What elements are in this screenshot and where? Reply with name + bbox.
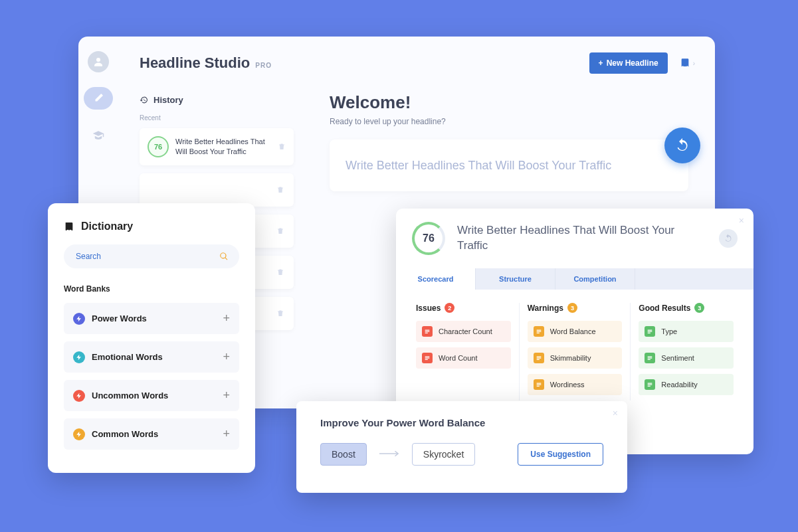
good-label: Good Results xyxy=(639,304,690,313)
metric-item[interactable]: Wordiness xyxy=(528,374,623,395)
word-bank-item[interactable]: Power Words+ xyxy=(64,303,239,334)
trash-icon xyxy=(276,268,284,276)
expand-icon: + xyxy=(223,389,230,402)
metric-label: Character Count xyxy=(439,327,492,335)
metric-icon xyxy=(645,379,655,390)
suggestion-panel: × Improve Your Power Word Balance Boost … xyxy=(296,401,627,493)
reanalyze-button[interactable] xyxy=(719,229,738,248)
chevron-right-icon: › xyxy=(693,60,695,67)
trash-icon xyxy=(276,186,284,194)
word-bank-label: Uncommon Words xyxy=(92,391,216,400)
word-bank-item[interactable]: Uncommon Words+ xyxy=(64,380,239,411)
word-bank-label: Emotional Words xyxy=(92,352,216,362)
pro-badge: PRO xyxy=(255,62,272,69)
metric-icon xyxy=(422,326,433,337)
history-item-placeholder xyxy=(140,173,294,207)
arrow-icon xyxy=(379,448,400,460)
metric-label: Word Count xyxy=(439,354,478,362)
metric-item[interactable]: Character Count xyxy=(416,321,511,342)
word-bank-item[interactable]: Emotional Words+ xyxy=(64,341,239,373)
metric-item[interactable]: Type xyxy=(639,321,734,342)
trash-icon[interactable] xyxy=(278,143,286,151)
header-actions: + New Headline › xyxy=(589,52,695,74)
tab-scorecard[interactable]: Scorecard xyxy=(396,268,476,290)
dictionary-title: Dictionary xyxy=(64,221,239,232)
word-bank-icon xyxy=(73,313,85,325)
search-input[interactable] xyxy=(64,244,239,268)
metric-item[interactable]: Sentiment xyxy=(639,347,734,369)
word-bank-item[interactable]: Common Words+ xyxy=(64,418,239,450)
suggestion-to: Skyrocket xyxy=(412,443,475,466)
scorecard-header: 76 Write Better Headlines That Will Boos… xyxy=(396,209,753,268)
history-score: 76 xyxy=(148,136,169,157)
new-headline-button[interactable]: + New Headline xyxy=(589,52,668,74)
metric-item[interactable]: Readability xyxy=(639,374,734,395)
warnings-count: 3 xyxy=(567,303,577,313)
welcome-panel: Welcome! Ready to level up your headline… xyxy=(330,92,688,191)
refresh-icon xyxy=(724,234,733,243)
book-icon xyxy=(680,58,690,68)
metric-label: Readability xyxy=(661,381,697,389)
app-header: Headline Studio PRO + New Headline › xyxy=(140,52,695,74)
refresh-icon xyxy=(674,137,690,153)
expand-icon: + xyxy=(223,311,230,325)
tab-structure[interactable]: Structure xyxy=(476,268,555,290)
metric-icon xyxy=(534,353,544,363)
word-banks-list: Power Words+Emotional Words+Uncommon Wor… xyxy=(64,303,239,450)
dictionary-panel: Dictionary Word Banks Power Words+Emotio… xyxy=(48,203,255,473)
use-suggestion-button[interactable]: Use Suggestion xyxy=(518,443,603,466)
trash-icon xyxy=(276,227,284,235)
welcome-subtitle: Ready to level up your headline? xyxy=(330,117,688,126)
history-icon xyxy=(140,96,148,104)
word-bank-label: Power Words xyxy=(92,313,216,323)
scorecard-headline: Write Better Headlines That Will Boost Y… xyxy=(457,223,707,254)
avatar[interactable] xyxy=(88,51,109,72)
scorecard-tabs: Scorecard Structure Competition xyxy=(396,268,753,290)
issues-count: 2 xyxy=(445,303,454,313)
metric-label: Skimmability xyxy=(550,354,591,362)
metric-label: Word Balance xyxy=(550,327,596,335)
metric-icon xyxy=(645,353,655,363)
app-title-text: Headline Studio xyxy=(140,54,250,72)
metric-item[interactable]: Word Balance xyxy=(528,321,623,342)
word-bank-icon xyxy=(73,351,85,363)
metric-label: Sentiment xyxy=(661,354,694,362)
word-bank-label: Common Words xyxy=(92,429,216,439)
metric-label: Type xyxy=(661,327,677,335)
metric-label: Wordiness xyxy=(550,381,585,389)
metric-item[interactable]: Word Count xyxy=(416,347,511,369)
close-icon[interactable]: × xyxy=(613,408,618,418)
scorecard-grid: Issues2 Character CountWord Count Warnin… xyxy=(396,290,753,414)
history-title: History xyxy=(153,95,183,105)
dictionary-search xyxy=(64,244,239,268)
svg-point-0 xyxy=(96,58,100,62)
suggestion-from: Boost xyxy=(320,443,367,466)
issues-column: Issues2 Character CountWord Count xyxy=(408,303,520,400)
metric-icon xyxy=(534,326,544,337)
metric-icon xyxy=(422,353,433,363)
headline-text: Write Better Headlines That Will Boost Y… xyxy=(346,159,611,172)
tab-competition[interactable]: Competition xyxy=(555,268,635,290)
expand-icon: + xyxy=(223,427,230,441)
expand-icon: + xyxy=(223,350,230,364)
headline-input[interactable]: Write Better Headlines That Will Boost Y… xyxy=(330,139,688,191)
word-bank-icon xyxy=(73,428,85,440)
headline-score: 76 xyxy=(412,222,445,255)
good-count: 3 xyxy=(694,303,704,313)
nav-write-button[interactable] xyxy=(84,87,113,110)
book-icon xyxy=(64,221,74,232)
new-headline-label: New Headline xyxy=(607,58,658,68)
warnings-label: Warnings xyxy=(528,304,563,313)
suggestion-title: Improve Your Power Word Balance xyxy=(320,417,603,428)
close-icon[interactable]: × xyxy=(739,215,744,226)
trash-icon xyxy=(276,310,284,317)
metric-item[interactable]: Skimmability xyxy=(528,347,623,369)
search-icon xyxy=(219,252,229,261)
recent-label: Recent xyxy=(140,114,294,122)
dictionary-toggle-button[interactable]: › xyxy=(680,58,695,68)
history-header: History xyxy=(140,95,294,105)
word-banks-label: Word Banks xyxy=(64,284,239,294)
analyze-button[interactable] xyxy=(664,128,700,163)
nav-learn-button[interactable] xyxy=(84,124,113,147)
history-item[interactable]: 76 Write Better Headlines That Will Boos… xyxy=(140,128,294,165)
